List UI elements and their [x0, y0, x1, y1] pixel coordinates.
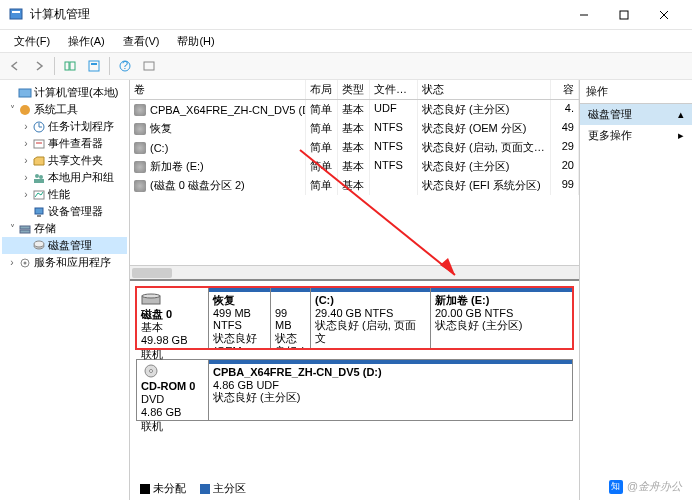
- volume-row[interactable]: 新加卷 (E:)简单基本NTFS状态良好 (主分区)20: [130, 157, 579, 176]
- legend-primary-swatch: [200, 484, 210, 494]
- svg-rect-22: [34, 179, 44, 183]
- window-title: 计算机管理: [30, 6, 564, 23]
- options-button[interactable]: [138, 55, 160, 77]
- volume-icon: [134, 161, 146, 173]
- svg-rect-12: [144, 62, 154, 70]
- watermark: 知 @金舟办公: [609, 479, 682, 494]
- tree-eventviewer[interactable]: ›事件查看器: [2, 135, 127, 152]
- menu-file[interactable]: 文件(F): [6, 32, 58, 51]
- svg-rect-25: [37, 215, 41, 217]
- submenu-icon: ▸: [678, 129, 684, 142]
- svg-rect-18: [34, 140, 44, 148]
- tree-users[interactable]: ›本地用户和组: [2, 169, 127, 186]
- disk-0-header[interactable]: 磁盘 0 基本 49.98 GB 联机: [137, 288, 209, 348]
- collapse-icon: ▴: [678, 108, 684, 121]
- cdrom-partition[interactable]: CPBA_X64FRE_ZH-CN_DV5 (D:) 4.86 GB UDF 状…: [209, 360, 572, 420]
- help-button[interactable]: ?: [114, 55, 136, 77]
- nav-back-button[interactable]: [4, 55, 26, 77]
- actions-diskmgmt[interactable]: 磁盘管理 ▴: [580, 104, 692, 125]
- app-icon: [8, 7, 24, 23]
- nav-tree[interactable]: 计算机管理(本地) ˅系统工具 ›任务计划程序 ›事件查看器 ›共享文件夹 ›本…: [0, 80, 130, 500]
- col-layout[interactable]: 布局: [306, 80, 338, 99]
- disk-icon: [141, 292, 161, 306]
- svg-rect-3: [620, 11, 628, 19]
- volume-row[interactable]: (磁盘 0 磁盘分区 2)简单基本状态良好 (EFI 系统分区)99: [130, 176, 579, 195]
- col-capacity[interactable]: 容: [551, 80, 579, 99]
- disk-0-partition[interactable]: 99 MB状态良好 (: [271, 288, 311, 348]
- volume-icon: [134, 104, 146, 116]
- tree-systools[interactable]: ˅系统工具: [2, 101, 127, 118]
- actions-panel: 操作 磁盘管理 ▴ 更多操作 ▸: [580, 80, 692, 500]
- svg-rect-24: [35, 208, 43, 214]
- actions-more[interactable]: 更多操作 ▸: [580, 125, 692, 146]
- cdrom-0-row[interactable]: CD-ROM 0 DVD 4.86 GB 联机 CPBA_X64FRE_ZH-C…: [136, 359, 573, 421]
- toolbar-separator: [109, 57, 110, 75]
- volume-row[interactable]: CPBA_X64FRE_ZH-CN_DV5 (D:)简单基本UDF状态良好 (主…: [130, 100, 579, 119]
- volume-list-header[interactable]: 卷 布局 类型 文件系统 状态 容: [130, 80, 579, 100]
- volume-icon: [134, 180, 146, 192]
- legend-unalloc-swatch: [140, 484, 150, 494]
- tree-shared[interactable]: ›共享文件夹: [2, 152, 127, 169]
- zhihu-icon: 知: [609, 480, 623, 494]
- tree-root[interactable]: 计算机管理(本地): [2, 84, 127, 101]
- svg-rect-9: [91, 63, 97, 65]
- volume-row[interactable]: 恢复简单基本NTFS状态良好 (OEM 分区)49: [130, 119, 579, 138]
- volume-icon: [134, 142, 146, 154]
- close-button[interactable]: [644, 0, 684, 30]
- svg-rect-1: [12, 11, 20, 13]
- disk-0-partition[interactable]: 新加卷 (E:)20.00 GB NTFS状态良好 (主分区): [431, 288, 572, 348]
- menubar: 文件(F) 操作(A) 查看(V) 帮助(H): [0, 30, 692, 52]
- menu-help[interactable]: 帮助(H): [169, 32, 222, 51]
- refresh-button[interactable]: [83, 55, 105, 77]
- col-type[interactable]: 类型: [338, 80, 370, 99]
- col-volume[interactable]: 卷: [130, 80, 306, 99]
- maximize-button[interactable]: [604, 0, 644, 30]
- tree-diskmgmt[interactable]: 磁盘管理: [2, 237, 127, 254]
- toolbar-separator: [54, 57, 55, 75]
- svg-point-31: [24, 261, 27, 264]
- menu-action[interactable]: 操作(A): [60, 32, 113, 51]
- legend: 未分配 主分区: [140, 481, 246, 496]
- col-status[interactable]: 状态: [418, 80, 551, 99]
- volume-list[interactable]: 卷 布局 类型 文件系统 状态 容 CPBA_X64FRE_ZH-CN_DV5 …: [130, 80, 579, 265]
- minimize-button[interactable]: [564, 0, 604, 30]
- svg-rect-26: [20, 226, 30, 229]
- tree-scheduler[interactable]: ›任务计划程序: [2, 118, 127, 135]
- volume-icon: [134, 123, 146, 135]
- tree-perf[interactable]: ›性能: [2, 186, 127, 203]
- svg-point-35: [150, 370, 153, 373]
- svg-rect-13: [19, 89, 31, 97]
- svg-point-20: [35, 174, 39, 178]
- volume-row[interactable]: (C:)简单基本NTFS状态良好 (启动, 页面文件, 故障转储, 主分区)29: [130, 138, 579, 157]
- show-hide-button[interactable]: [59, 55, 81, 77]
- disk-0-partition[interactable]: (C:)29.40 GB NTFS状态良好 (启动, 页面文: [311, 288, 431, 348]
- svg-rect-0: [10, 9, 22, 19]
- svg-point-14: [20, 105, 30, 115]
- svg-point-33: [142, 294, 160, 298]
- titlebar: 计算机管理: [0, 0, 692, 30]
- horizontal-scrollbar[interactable]: [130, 265, 579, 279]
- tree-storage[interactable]: ˅存储: [2, 220, 127, 237]
- tree-services[interactable]: ›服务和应用程序: [2, 254, 127, 271]
- nav-forward-button[interactable]: [28, 55, 50, 77]
- disk-graphical-view[interactable]: 磁盘 0 基本 49.98 GB 联机 恢复499 MB NTFS状态良好 (O…: [130, 279, 579, 500]
- actions-header: 操作: [580, 80, 692, 104]
- svg-rect-8: [89, 61, 99, 71]
- col-fs[interactable]: 文件系统: [370, 80, 418, 99]
- cdrom-icon: [141, 364, 161, 378]
- svg-rect-7: [70, 62, 75, 70]
- disk-0-row[interactable]: 磁盘 0 基本 49.98 GB 联机 恢复499 MB NTFS状态良好 (O…: [136, 287, 573, 349]
- menu-view[interactable]: 查看(V): [115, 32, 168, 51]
- tree-devmgr[interactable]: 设备管理器: [2, 203, 127, 220]
- svg-point-29: [34, 241, 44, 247]
- svg-text:?: ?: [122, 59, 128, 71]
- svg-rect-6: [65, 62, 69, 70]
- svg-rect-27: [20, 230, 30, 233]
- toolbar: ?: [0, 52, 692, 80]
- svg-point-21: [39, 175, 43, 179]
- cdrom-0-header[interactable]: CD-ROM 0 DVD 4.86 GB 联机: [137, 360, 209, 420]
- disk-0-partition[interactable]: 恢复499 MB NTFS状态良好 (OEM: [209, 288, 271, 348]
